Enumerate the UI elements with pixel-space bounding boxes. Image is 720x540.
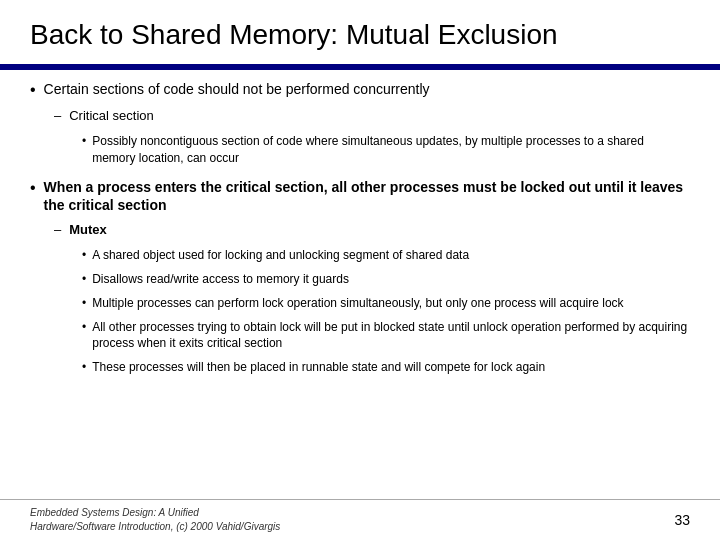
bullet-1-sub1-label: Critical section	[69, 108, 154, 125]
bullet-1-sub1-sub1-text: Possibly noncontiguous section of code w…	[92, 133, 690, 167]
bullet-2-sub1-dash: –	[54, 222, 61, 239]
bullet-2-dot: •	[30, 178, 36, 199]
bullet-2-text: When a process enters the critical secti…	[44, 178, 690, 214]
bullet-2-sub1: – Mutex	[54, 222, 690, 239]
mutex-item-1-text: A shared object used for locking and unl…	[92, 247, 469, 264]
mutex-item-5-text: These processes will then be placed in r…	[92, 359, 545, 376]
mutex-item-3: • Multiple processes can perform lock op…	[82, 295, 690, 312]
footer-citation: Embedded Systems Design: A Unified Hardw…	[30, 506, 280, 534]
slide-title: Back to Shared Memory: Mutual Exclusion	[30, 18, 690, 52]
mutex-item-2-text: Disallows read/write access to memory it…	[92, 271, 349, 288]
bullet-1: • Certain sections of code should not be…	[30, 80, 690, 101]
mutex-item-1: • A shared object used for locking and u…	[82, 247, 690, 264]
footer-line2: Hardware/Software Introduction, (c) 2000…	[30, 520, 280, 534]
mutex-item-3-dot: •	[82, 295, 86, 312]
mutex-item-2: • Disallows read/write access to memory …	[82, 271, 690, 288]
mutex-item-1-dot: •	[82, 247, 86, 264]
title-area: Back to Shared Memory: Mutual Exclusion	[0, 0, 720, 58]
mutex-item-5: • These processes will then be placed in…	[82, 359, 690, 376]
slide: Back to Shared Memory: Mutual Exclusion …	[0, 0, 720, 540]
page-number: 33	[674, 512, 690, 528]
bullet-2: • When a process enters the critical sec…	[30, 178, 690, 214]
footer-line1: Embedded Systems Design: A Unified	[30, 506, 280, 520]
bullet-2-sub1-label: Mutex	[69, 222, 107, 239]
mutex-item-2-dot: •	[82, 271, 86, 288]
mutex-item-4-dot: •	[82, 319, 86, 336]
mutex-item-4: • All other processes trying to obtain l…	[82, 319, 690, 353]
content-area: • Certain sections of code should not be…	[0, 70, 720, 499]
bullet-1-sub1-sub1-dot: •	[82, 133, 86, 150]
bullet-1-sub1-sub1: • Possibly noncontiguous section of code…	[82, 133, 690, 167]
mutex-item-4-text: All other processes trying to obtain loc…	[92, 319, 690, 353]
bullet-1-sub1: – Critical section	[54, 108, 690, 125]
bullet-1-dot: •	[30, 80, 36, 101]
mutex-item-3-text: Multiple processes can perform lock oper…	[92, 295, 623, 312]
mutex-item-5-dot: •	[82, 359, 86, 376]
bullet-1-text: Certain sections of code should not be p…	[44, 80, 430, 98]
footer: Embedded Systems Design: A Unified Hardw…	[0, 499, 720, 540]
bullet-1-sub1-dash: –	[54, 108, 61, 125]
